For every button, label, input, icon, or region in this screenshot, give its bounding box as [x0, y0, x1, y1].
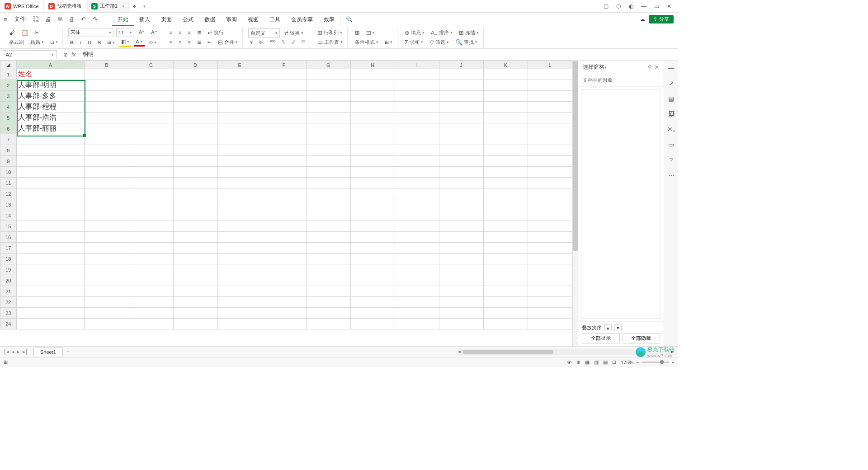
cell-D21[interactable] [173, 286, 217, 297]
cell-J18[interactable] [439, 254, 483, 264]
cell-H22[interactable] [350, 297, 395, 308]
cell-F8[interactable] [262, 145, 306, 156]
cell-L15[interactable] [528, 221, 572, 232]
cell-D9[interactable] [173, 156, 217, 167]
cell-E17[interactable] [217, 243, 262, 254]
col-header-C[interactable]: C [129, 61, 173, 69]
cell-G9[interactable] [306, 156, 350, 167]
bring-forward-button[interactable]: ▴ [604, 324, 612, 331]
cell-C7[interactable] [129, 134, 173, 145]
cell-B9[interactable] [85, 156, 129, 167]
cell-J12[interactable] [439, 188, 483, 199]
cell-K5[interactable] [483, 113, 528, 123]
cell-I3[interactable] [395, 91, 439, 102]
grid[interactable]: ◢ABCDEFGHIJKL1姓名2人事部-明明3人事部-多多4人事部-程程5人事… [0, 61, 572, 346]
redo-icon[interactable]: ↷ [91, 15, 99, 24]
hamburger-icon[interactable]: ≡ [0, 16, 11, 23]
cell-G23[interactable] [306, 308, 350, 319]
cell-D14[interactable] [173, 210, 217, 221]
cell-L18[interactable] [528, 254, 572, 264]
fx-icon[interactable]: fx [71, 52, 75, 58]
cell-C24[interactable] [129, 319, 173, 329]
cell-L6[interactable] [528, 123, 572, 134]
italic-button[interactable]: I [78, 39, 83, 46]
cell-I22[interactable] [395, 297, 439, 308]
cell-B4[interactable] [85, 102, 129, 113]
cell-D11[interactable] [173, 178, 217, 188]
cell-C8[interactable] [129, 145, 173, 156]
row-header-14[interactable]: 14 [0, 210, 17, 221]
cell-J16[interactable] [439, 232, 483, 243]
qat-print-icon[interactable]: 🖨 [44, 15, 52, 24]
find-button[interactable]: 🔍查找▾ [453, 38, 479, 47]
name-box[interactable]: A2▾ [3, 50, 57, 59]
cell-G14[interactable] [306, 210, 350, 221]
cell-B24[interactable] [85, 319, 129, 329]
row-header-17[interactable]: 17 [0, 243, 17, 254]
select-all-corner[interactable]: ◢ [0, 61, 17, 69]
cell-H9[interactable] [350, 156, 395, 167]
cell-G8[interactable] [306, 145, 350, 156]
cell-E13[interactable] [217, 199, 262, 210]
cell-K1[interactable] [483, 69, 528, 80]
row-header-13[interactable]: 13 [0, 199, 17, 210]
cell-A13[interactable] [16, 199, 85, 210]
cell-I5[interactable] [395, 113, 439, 123]
cell-D1[interactable] [173, 69, 217, 80]
hide-all-button[interactable]: 全部隐藏 [623, 333, 660, 343]
cell-A23[interactable] [16, 308, 85, 319]
add-sheet-button[interactable]: + [63, 349, 73, 355]
cell-H21[interactable] [350, 286, 395, 297]
cell-H18[interactable] [350, 254, 395, 264]
tab-wps-office[interactable]: W WPS Office [0, 0, 44, 12]
cell-G20[interactable] [306, 275, 350, 286]
cell-I2[interactable] [395, 80, 439, 91]
cell-F3[interactable] [262, 91, 306, 102]
cell-B2[interactable] [85, 80, 129, 91]
rail-collapse-icon[interactable]: — [667, 63, 676, 72]
cell-B15[interactable] [85, 221, 129, 232]
row-header-2[interactable]: 2 [0, 80, 17, 91]
tab-templates[interactable]: D 找稻壳模板 [44, 0, 87, 12]
cell-G11[interactable] [306, 178, 350, 188]
cell-J13[interactable] [439, 199, 483, 210]
cell-B19[interactable] [85, 264, 129, 275]
cell-A9[interactable] [16, 156, 85, 167]
worksheet-button[interactable]: ▭工作表▾ [316, 38, 344, 47]
cell-J3[interactable] [439, 91, 483, 102]
cell-B20[interactable] [85, 275, 129, 286]
cell-B22[interactable] [85, 297, 129, 308]
next-sheet-button[interactable]: ▸ [17, 349, 20, 355]
cell-I17[interactable] [395, 243, 439, 254]
row-header-6[interactable]: 6 [0, 123, 17, 134]
cell-C4[interactable] [129, 102, 173, 113]
cell-G7[interactable] [306, 134, 350, 145]
cell-K8[interactable] [483, 145, 528, 156]
cell-G17[interactable] [306, 243, 350, 254]
align-justify-button[interactable]: ≣ [195, 38, 203, 46]
scroll-left-icon[interactable]: ◂ [458, 349, 461, 354]
cell-J19[interactable] [439, 264, 483, 275]
cell-F5[interactable] [262, 113, 306, 123]
col-header-K[interactable]: K [483, 61, 528, 69]
cell-G15[interactable] [306, 221, 350, 232]
cell-F21[interactable] [262, 286, 306, 297]
condfmt-button[interactable]: 条件格式▾ [353, 38, 380, 47]
cell-L12[interactable] [528, 188, 572, 199]
hscroll-thumb[interactable] [463, 350, 553, 354]
dec-dec-button[interactable]: ₀⁰ [290, 38, 297, 46]
cell-A12[interactable] [16, 188, 85, 199]
cell-A6[interactable]: 人事部-丽丽 [16, 123, 85, 134]
cell-I9[interactable] [395, 156, 439, 167]
cell-I11[interactable] [395, 178, 439, 188]
cell-L9[interactable] [528, 156, 572, 167]
tab-home[interactable]: 开始 [112, 13, 134, 26]
view-normal-icon[interactable]: ▦ [585, 359, 590, 365]
cell-A3[interactable]: 人事部-多多 [16, 91, 85, 102]
cell-D24[interactable] [173, 319, 217, 329]
cell-F12[interactable] [262, 188, 306, 199]
cell-B17[interactable] [85, 243, 129, 254]
win-btn-3[interactable]: ◐ [626, 2, 637, 11]
cell-I14[interactable] [395, 210, 439, 221]
close-button[interactable]: ✕ [664, 2, 675, 11]
